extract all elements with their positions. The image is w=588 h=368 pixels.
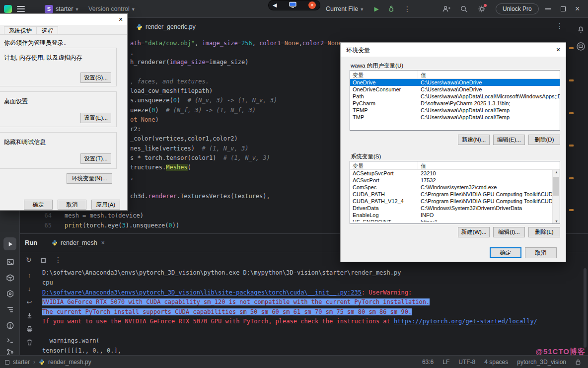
system-delete-button[interactable]: 删除(L): [528, 227, 560, 237]
cancel-button[interactable]: 取消: [525, 247, 557, 258]
column-value[interactable]: 值: [418, 161, 560, 169]
breadcrumb-file[interactable]: render_mesh.py: [48, 359, 91, 366]
env-var-row[interactable]: HF_ENDPOINThttps://...: [350, 219, 552, 221]
problems-icon[interactable]: [3, 319, 16, 332]
env-var-name: TMP: [350, 114, 418, 121]
breadcrumb-project[interactable]: starter: [13, 359, 30, 366]
python-console-icon[interactable]: [3, 255, 16, 268]
env-var-row[interactable]: EnableLogINFO: [350, 212, 552, 219]
scroll-up-icon[interactable]: ▲: [553, 170, 560, 174]
console-line: NVIDIA GeForce RTX 5070 with CUDA capabi…: [42, 297, 430, 307]
notifications-bell-icon[interactable]: [577, 25, 585, 35]
error-stripe-mark[interactable]: [569, 47, 574, 49]
profiles-settings-button[interactable]: 设置(E)...: [80, 113, 111, 123]
vcs-widget[interactable]: Version control ▾: [85, 3, 138, 14]
screen-capture-icon[interactable]: [576, 42, 586, 53]
console-line: tensor([[[1., 0., 0.],: [42, 346, 121, 356]
user-delete-button[interactable]: 删除(D): [528, 135, 560, 145]
env-var-value: C:\Program Files\NVIDIA GPU Computing To…: [418, 198, 552, 205]
debug-icon[interactable]: [385, 3, 397, 14]
user-edit-button[interactable]: 编辑(E)...: [493, 135, 525, 145]
table-scrollbar[interactable]: ▲ ▼: [552, 170, 560, 223]
indent-widget[interactable]: 4 spaces: [484, 359, 508, 366]
env-var-row[interactable]: ACSetupSvcPort23210: [350, 170, 552, 177]
env-var-value: C:\Program Files\NVIDIA GPU Computing To…: [418, 191, 552, 198]
error-stripe-mark[interactable]: [569, 145, 574, 147]
services-icon[interactable]: [3, 287, 16, 300]
dialog-title-bar: [0, 14, 127, 25]
encoding-widget[interactable]: UTF-8: [458, 359, 475, 366]
lock-icon[interactable]: [575, 359, 581, 365]
scroll-down-icon[interactable]: ▼: [553, 220, 560, 223]
ok-button[interactable]: 确定: [24, 200, 53, 210]
breadcrumb[interactable]: starter › render_mesh.py: [5, 356, 91, 368]
env-var-name: CUDA_PATH_V12_4: [350, 198, 418, 205]
startup-settings-button[interactable]: 设置(T)...: [80, 153, 111, 164]
error-stripe-mark[interactable]: [569, 112, 574, 114]
console-link[interactable]: D:\software\Anaconda3\envs\pytorch_3D_vi…: [42, 289, 362, 296]
error-stripe-mark[interactable]: [569, 177, 574, 179]
column-variable[interactable]: 变量: [350, 71, 418, 78]
performance-settings-button[interactable]: 设置(S)...: [80, 73, 111, 83]
env-var-row[interactable]: ACSvcPort17532: [350, 177, 552, 184]
env-var-name: DriverData: [350, 205, 418, 212]
recorder-close-icon[interactable]: ×: [308, 1, 316, 9]
dialog-close-icon[interactable]: ×: [116, 15, 125, 23]
minimize-button[interactable]: [545, 8, 551, 9]
error-stripe-mark[interactable]: [569, 79, 574, 81]
env-var-row[interactable]: OneDriveC:\Users\wawa\OneDrive: [350, 79, 560, 86]
run-button[interactable]: ▶: [370, 3, 382, 14]
watermark: @51CTO博客: [535, 347, 586, 357]
column-value[interactable]: 值: [418, 71, 560, 78]
apply-button[interactable]: 应用(A): [91, 200, 120, 210]
caret-position-widget[interactable]: 63:6: [422, 359, 434, 366]
maximize-button[interactable]: [561, 6, 566, 11]
env-var-row[interactable]: OneDriveConsumerC:\Users\wawa\OneDrive: [350, 86, 560, 93]
env-var-row[interactable]: CUDA_PATHC:\Program Files\NVIDIA GPU Com…: [350, 191, 552, 198]
user-vars-table-body: OneDriveC:\Users\wawa\OneDriveOneDriveCo…: [350, 79, 560, 121]
environment-variables-button[interactable]: 环境变量(N)...: [67, 173, 112, 184]
system-new-button[interactable]: 新建(W)...: [458, 227, 490, 237]
code-with-me-icon[interactable]: [440, 3, 452, 14]
system-edit-button[interactable]: 编辑(I)...: [493, 227, 525, 237]
scrollbar-thumb[interactable]: [553, 177, 559, 196]
env-var-row[interactable]: TEMPC:\Users\wawa\AppData\Local\Temp: [350, 107, 560, 114]
main-menu-icon[interactable]: [17, 6, 25, 12]
unlock-pro-button[interactable]: Unlock Pro: [496, 3, 539, 14]
env-var-row[interactable]: PyCharmD:\software\PyCharm 2025.1.3.1\bi…: [350, 100, 560, 107]
interpreter-widget[interactable]: pytorch_3D_vision: [517, 359, 566, 366]
console-link[interactable]: https://pytorch.org/get-started/locally/: [394, 318, 537, 325]
chevron-down-icon: ▾: [75, 6, 78, 12]
env-var-row[interactable]: DriverDataC:\Windows\System32\Drivers\Dr…: [350, 205, 552, 212]
user-new-button[interactable]: 新建(N)...: [458, 135, 490, 145]
env-var-value: https://...: [418, 219, 552, 221]
run-configuration-widget[interactable]: Current File ▾: [323, 3, 366, 14]
search-icon[interactable]: [458, 3, 470, 14]
console-scrollbar[interactable]: [584, 268, 587, 348]
cancel-button[interactable]: 取消: [58, 200, 86, 210]
env-var-row[interactable]: ComSpecC:\Windows\system32\cmd.exe: [350, 184, 552, 191]
tab-remote[interactable]: 远程: [37, 26, 58, 35]
terminal-icon[interactable]: [3, 334, 16, 347]
structure-icon[interactable]: [3, 303, 16, 316]
dialog-close-icon[interactable]: ×: [552, 46, 565, 54]
env-var-row[interactable]: CUDA_PATH_V12_4C:\Program Files\NVIDIA G…: [350, 198, 552, 205]
project-widget[interactable]: S starter ▾: [42, 3, 81, 14]
error-stripe-mark[interactable]: [569, 209, 574, 211]
recorder-back-icon[interactable]: ◀: [273, 2, 277, 8]
env-var-row[interactable]: PathC:\Users\wawa\AppData\Local\Microsof…: [350, 93, 560, 100]
column-variable[interactable]: 变量: [350, 161, 418, 169]
more-actions-icon[interactable]: ⋮: [401, 3, 413, 14]
settings-notification-dot: [484, 4, 487, 7]
env-var-name: ACSvcPort: [350, 177, 418, 184]
line-separator-widget[interactable]: LF: [442, 359, 449, 366]
python-packages-icon[interactable]: [3, 271, 16, 284]
recorder-screen-icon[interactable]: [289, 1, 296, 10]
run-config-label: Current File: [326, 5, 358, 12]
run-tool-icon[interactable]: [3, 237, 16, 250]
window-close-button[interactable]: ×: [575, 4, 580, 14]
tab-system-protection[interactable]: 系统保护: [4, 26, 37, 35]
settings-icon[interactable]: [476, 3, 488, 14]
env-var-row[interactable]: TMPC:\Users\wawa\AppData\Local\Temp: [350, 114, 560, 121]
ok-button[interactable]: 确定: [490, 247, 521, 258]
